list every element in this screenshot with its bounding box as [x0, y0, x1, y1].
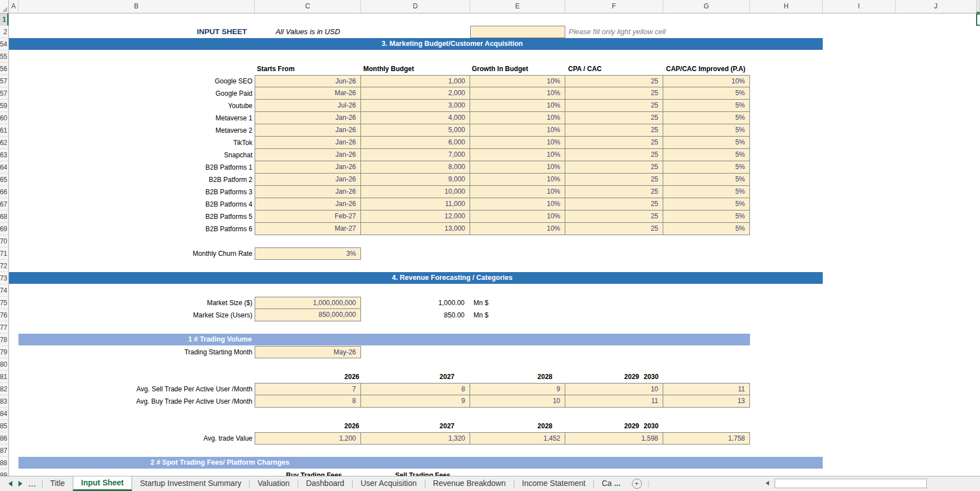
- row-header[interactable]: 79: [0, 346, 8, 358]
- cell-input-cpa[interactable]: 25: [565, 211, 663, 223]
- cell-input-monthly-budget[interactable]: 1,000: [361, 75, 470, 87]
- cell-input-starts-from[interactable]: Jan-26: [255, 149, 361, 161]
- row-header[interactable]: 60: [0, 112, 8, 124]
- cell-input-improved[interactable]: 5%: [663, 198, 750, 211]
- row-header[interactable]: 83: [0, 395, 8, 408]
- row-header[interactable]: 57: [0, 87, 8, 100]
- cell-input-growth[interactable]: 10%: [470, 137, 565, 149]
- active-cell-selection[interactable]: [976, 13, 980, 26]
- cell-input-improved[interactable]: 5%: [663, 211, 750, 223]
- row-header[interactable]: 78: [0, 334, 8, 346]
- cell-input-growth[interactable]: 10%: [470, 112, 565, 124]
- tab-input-sheet[interactable]: Input Sheet: [73, 476, 132, 491]
- cell-input-improved[interactable]: 5%: [663, 137, 750, 149]
- cell-input-starts-from[interactable]: Jan-26: [255, 186, 361, 198]
- cell-input-churn[interactable]: 3%: [255, 247, 361, 260]
- cell-input-2029[interactable]: 1,598: [565, 432, 663, 445]
- cell-input-starts-from[interactable]: Mar-27: [255, 223, 361, 235]
- row-header[interactable]: 74: [0, 284, 8, 297]
- scroll-left-icon[interactable]: [766, 481, 769, 485]
- cell-input-growth[interactable]: 10%: [470, 75, 565, 87]
- cell-input-market-size-dollars[interactable]: 1,000,000,000: [255, 297, 361, 309]
- cell-input-starts-from[interactable]: Jan-26: [255, 161, 361, 174]
- row-header[interactable]: 57: [0, 75, 8, 87]
- col-header-c[interactable]: C: [255, 0, 361, 13]
- row-header[interactable]: 81: [0, 371, 8, 383]
- cell-input-cpa[interactable]: 25: [565, 161, 663, 174]
- cell-input-monthly-budget[interactable]: 6,000: [361, 137, 470, 149]
- tab-options-dots-icon[interactable]: ⋮: [645, 480, 652, 488]
- row-header[interactable]: 64: [0, 161, 8, 174]
- scrollbar-thumb[interactable]: [775, 479, 927, 488]
- row-header[interactable]: 2: [0, 26, 8, 38]
- col-header-k-stub[interactable]: [977, 0, 980, 13]
- col-header-a[interactable]: A: [9, 0, 18, 13]
- cell-input-monthly-budget[interactable]: 10,000: [361, 186, 470, 198]
- cell-input-cpa[interactable]: 25: [565, 186, 663, 198]
- cell-input-starts-from[interactable]: Mar-26: [255, 87, 361, 100]
- cell-input-2029[interactable]: 11: [565, 395, 663, 408]
- cell-input-growth[interactable]: 10%: [470, 198, 565, 211]
- row-header[interactable]: 75: [0, 297, 8, 309]
- cell-input-2028[interactable]: 9: [470, 383, 565, 395]
- row-header[interactable]: 70: [0, 235, 8, 247]
- hidden-sheets-left-ellipsis[interactable]: ...: [29, 480, 36, 488]
- cell-input-monthly-budget[interactable]: 13,000: [361, 223, 470, 235]
- row-header[interactable]: 59: [0, 100, 8, 112]
- cell-input-monthly-budget[interactable]: 3,000: [361, 100, 470, 112]
- row-header[interactable]: 89: [0, 469, 8, 476]
- cell-input-cpa[interactable]: 25: [565, 112, 663, 124]
- col-header-h[interactable]: H: [750, 0, 823, 13]
- cell-input-market-size-users[interactable]: 850,000,000: [255, 309, 361, 321]
- next-sheet-icon[interactable]: [18, 481, 22, 487]
- cell-input-growth[interactable]: 10%: [470, 87, 565, 100]
- cell-input-cpa[interactable]: 25: [565, 149, 663, 161]
- row-header[interactable]: 63: [0, 149, 8, 161]
- cell-input-2029[interactable]: 10: [565, 383, 663, 395]
- cell-input-growth[interactable]: 10%: [470, 174, 565, 186]
- col-header-i[interactable]: I: [823, 0, 895, 13]
- row-header[interactable]: 77: [0, 321, 8, 334]
- cell-input-monthly-budget[interactable]: 5,000: [361, 124, 470, 137]
- cell-input-2030[interactable]: 13: [663, 395, 750, 408]
- cell-input-starts-from[interactable]: Jan-26: [255, 198, 361, 211]
- cell-input-monthly-budget[interactable]: 2,000: [361, 87, 470, 100]
- cell-input-improved[interactable]: 10%: [663, 75, 750, 87]
- row-header[interactable]: 88: [0, 457, 8, 469]
- cell-input-monthly-budget[interactable]: 8,000: [361, 161, 470, 174]
- cell-input-starts-from[interactable]: Jan-26: [255, 137, 361, 149]
- tab-user-acquisition[interactable]: User Acquisition: [353, 476, 424, 491]
- new-sheet-icon[interactable]: +: [632, 479, 642, 489]
- cell-input-improved[interactable]: 5%: [663, 161, 750, 174]
- tab-valuation[interactable]: Valuation: [250, 476, 297, 491]
- cell-input-starts-from[interactable]: Feb-27: [255, 211, 361, 223]
- cell-input-2027[interactable]: 9: [361, 395, 470, 408]
- cell-input-improved[interactable]: 5%: [663, 100, 750, 112]
- cell-input-trading-start[interactable]: May-26: [255, 346, 361, 358]
- tab-dashboard[interactable]: Dashboard: [298, 476, 353, 491]
- row-header[interactable]: 55: [0, 50, 8, 63]
- cell-input-2026[interactable]: 1,200: [255, 432, 361, 445]
- cell-input-improved[interactable]: 5%: [663, 149, 750, 161]
- row-header[interactable]: 84: [0, 408, 8, 420]
- select-all-corner[interactable]: [0, 0, 9, 13]
- cell-input-monthly-budget[interactable]: 9,000: [361, 174, 470, 186]
- tab-truncated[interactable]: Ca ...: [594, 476, 628, 491]
- cell-input-cpa[interactable]: 25: [565, 124, 663, 137]
- cell-input-starts-from[interactable]: Jun-26: [255, 75, 361, 87]
- row-header[interactable]: 86: [0, 432, 8, 445]
- row-header[interactable]: 67: [0, 198, 8, 211]
- col-header-e[interactable]: E: [470, 0, 565, 13]
- sample-input-cell[interactable]: [470, 26, 565, 38]
- cell-input-starts-from[interactable]: Jan-26: [255, 124, 361, 137]
- cell-input-improved[interactable]: 5%: [663, 124, 750, 137]
- tab-income-statement[interactable]: Income Statement: [514, 476, 594, 491]
- tab-startup-investment-summary[interactable]: Startup Investment Summary: [132, 476, 249, 491]
- cell-input-growth[interactable]: 10%: [470, 223, 565, 235]
- row-header[interactable]: 62: [0, 137, 8, 149]
- cell-input-2026[interactable]: 8: [255, 395, 361, 408]
- row-header[interactable]: 71: [0, 247, 8, 260]
- row-header[interactable]: 80: [0, 358, 8, 371]
- cell-input-starts-from[interactable]: Jul-26: [255, 100, 361, 112]
- row-header[interactable]: 56: [0, 63, 8, 75]
